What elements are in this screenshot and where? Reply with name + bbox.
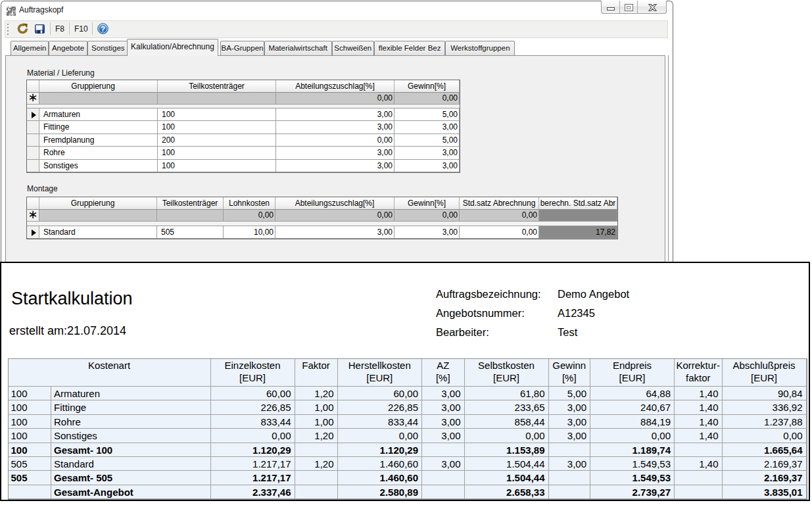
- svg-text:?: ?: [101, 25, 105, 33]
